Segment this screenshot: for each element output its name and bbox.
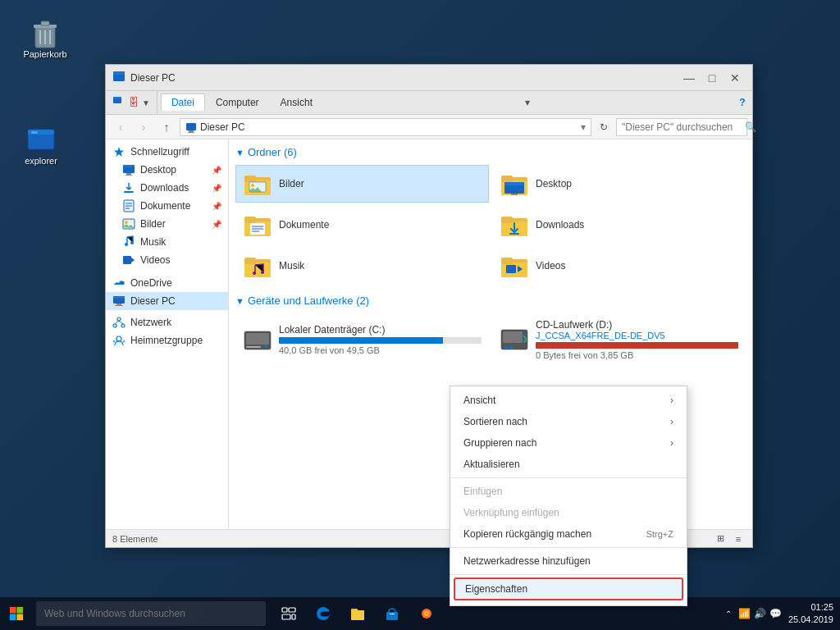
close-button[interactable]: ✕ [724,70,746,86]
sidebar-item-dieser-pc[interactable]: Dieser PC [106,292,228,310]
volume-icon[interactable]: 🔊 [754,608,766,619]
notification-icon[interactable]: 💬 [769,608,782,619]
svg-rect-19 [126,173,131,175]
pin-icon-bild: 📌 [212,220,221,229]
bilder-sidebar-icon [122,217,135,231]
cd-drive-icon [500,325,529,354]
address-bar[interactable]: Dieser PC ▾ [180,118,591,136]
svg-point-41 [116,336,121,341]
drive-c-progress [279,337,482,344]
pin-icon-dok: 📌 [212,202,221,211]
sidebar-item-bilder[interactable]: Bilder 📌 [106,215,228,233]
svg-rect-81 [503,331,523,343]
maximize-button[interactable]: □ [701,70,723,86]
search-icon[interactable]: 🔍 [745,121,757,133]
context-menu: Ansicht › Sortieren nach › Gruppieren na… [450,386,687,606]
taskbar-paint[interactable] [410,597,443,630]
sidebar-item-desktop[interactable]: Desktop 📌 [106,161,228,179]
search-bar[interactable]: 🔍 [616,118,747,136]
dokumente-folder-icon [243,212,272,238]
taskbar-right: ⌃ 📶 🔊 💬 01:25 25.04.2019 [725,601,840,627]
taskbar-date-display: 25.04.2019 [788,614,833,626]
drive-item-c[interactable]: Lokaler Datenträger (C:) 40,0 GB frei vo… [235,313,489,366]
qat-save-icon: 🗄 [129,97,139,108]
task-view-icon [281,607,296,620]
help-icon[interactable]: ? [734,94,751,111]
onedrive-sidebar-icon [112,276,126,290]
sidebar-item-schnellzugriff[interactable]: Schnellzugriff [106,143,228,161]
svg-rect-12 [113,97,121,99]
folder-item-musik[interactable]: Musik [235,247,489,285]
folder-item-videos[interactable]: Videos [492,247,746,285]
ctx-sortieren[interactable]: Sortieren nach › [450,411,687,432]
tab-computer[interactable]: Computer [205,94,270,111]
drive-c-info: Lokaler Datenträger (C:) 40,0 GB frei vo… [279,324,482,355]
view-list-icon[interactable]: ≡ [731,532,746,546]
local-drive-icon [243,325,272,354]
sidebar-item-onedrive[interactable]: OneDrive [106,274,228,292]
folders-section-header[interactable]: ▼ Ordner (6) [235,146,746,158]
pin-icon-downloads: 📌 [212,184,221,193]
sidebar-bilder-label: Bilder [140,218,166,230]
back-button[interactable]: ‹ [111,117,130,137]
network-icon[interactable]: 📶 [738,608,751,619]
heimnetzgruppe-sidebar-icon [112,334,126,347]
desktop-icon-explorer[interactable]: explorer [12,123,70,166]
sidebar-item-dokumente[interactable]: Dokumente 📌 [106,197,228,215]
search-input[interactable] [622,121,745,133]
view-large-icon[interactable]: ⊞ [713,532,728,546]
sidebar-item-videos[interactable]: Videos [106,251,228,269]
taskbar-clock[interactable]: 01:25 25.04.2019 [788,601,833,627]
ctx-aktualisieren[interactable]: Aktualisieren [450,454,687,475]
sidebar-item-heimnetzgruppe[interactable]: Heimnetzgruppe [106,331,228,349]
svg-rect-14 [189,130,194,132]
svg-rect-35 [115,305,123,306]
folder-item-dokumente[interactable]: Dokumente [235,206,489,244]
ctx-kopieren[interactable]: Kopieren rückgängig machen Strg+Z [450,523,687,545]
address-chevron-icon[interactable]: ▾ [581,121,586,133]
folders-chevron-icon: ▼ [235,148,244,158]
desktop-icon-recyclebin[interactable]: Papierkorb [16,16,74,59]
ctx-gruppieren[interactable]: Gruppieren nach › [450,432,687,454]
minimize-button[interactable]: — [678,70,700,86]
downloads-sidebar-icon [122,181,135,194]
ctx-verknuepfung-label: Verknüpfung einfügen [463,507,673,518]
svg-rect-13 [186,123,196,130]
refresh-button[interactable]: ↻ [595,118,613,136]
taskbar-edge[interactable] [307,597,340,630]
ctx-netzwerk[interactable]: Netzwerkadresse hinzufügen [450,550,687,572]
ctx-eigenschaften[interactable]: Eigenschaften [454,578,683,600]
status-view-buttons: ⊞ ≡ [713,532,746,546]
folders-header-label: Ordner (6) [248,146,297,158]
folder-item-downloads[interactable]: Downloads [492,206,746,244]
dieser-pc-sidebar-icon [112,294,126,308]
folder-item-bilder[interactable]: Bilder [235,165,489,203]
videos-sidebar-icon [122,253,135,267]
drive-item-d[interactable]: CD-Laufwerk (D:) J_CCSA_X64FRE_DE-DE_DV5… [492,313,746,366]
sidebar-item-downloads[interactable]: Downloads 📌 [106,179,228,197]
forward-button[interactable]: › [134,117,153,137]
ctx-ansicht[interactable]: Ansicht › [450,390,687,411]
svg-point-43 [123,340,126,343]
svg-point-70 [261,271,264,274]
qat-dropdown[interactable]: ▼ [142,98,150,107]
address-text: Dieser PC [200,121,578,133]
drive-grid: Lokaler Datenträger (C:) 40,0 GB frei vo… [235,313,746,366]
drive-d-progress-bar [536,342,738,349]
drives-section-header[interactable]: ▼ Geräte und Laufwerke (2) [235,294,746,307]
taskbar-store[interactable] [376,597,409,630]
sidebar-item-musik[interactable]: Musik [106,233,228,251]
ribbon-expand-icon[interactable]: ▾ [519,94,536,111]
folder-item-desktop[interactable]: Desktop [492,165,746,203]
taskbar-explorer-app[interactable] [341,597,374,630]
svg-rect-54 [511,194,518,195]
tab-datei[interactable]: Datei [161,94,205,111]
tab-ansicht[interactable]: Ansicht [270,94,323,111]
taskbar-up-arrow[interactable]: ⌃ [725,609,732,619]
taskbar-task-view[interactable] [272,597,305,630]
start-button[interactable] [0,597,33,630]
taskbar-search-input[interactable] [36,601,266,626]
sidebar-item-netzwerk[interactable]: Netzwerk [106,313,228,331]
up-button[interactable]: ↑ [157,117,176,137]
netzwerk-sidebar-icon [112,316,126,329]
